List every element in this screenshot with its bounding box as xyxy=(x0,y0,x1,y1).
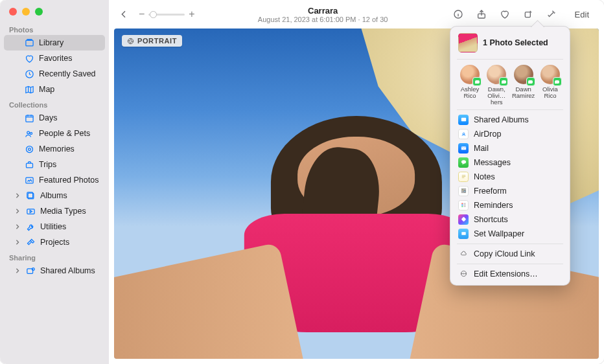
library-icon xyxy=(24,38,34,48)
share-popover-title: 1 Photo Selected xyxy=(483,38,548,47)
share-copy-icloud-link[interactable]: Copy iCloud Link xyxy=(450,247,570,261)
svg-rect-17 xyxy=(525,12,530,17)
rotate-button[interactable] xyxy=(521,7,535,21)
favorite-button[interactable] xyxy=(498,7,512,21)
sidebar-item-memories[interactable]: Memories xyxy=(4,141,105,157)
people-icon xyxy=(24,128,34,139)
svg-point-31 xyxy=(465,273,465,274)
share-edit-extensions[interactable]: Edit Extensions… xyxy=(450,267,570,281)
heart-icon xyxy=(24,53,34,63)
sidebar-item-shared-albums[interactable]: Shared Albums xyxy=(4,263,105,279)
svg-point-5 xyxy=(30,132,32,134)
extensions-icon xyxy=(458,269,469,279)
auto-enhance-button[interactable] xyxy=(544,7,559,21)
svg-point-4 xyxy=(27,131,29,133)
app-window: Photos Library Favorites Recently Saved … xyxy=(0,0,604,364)
share-mail[interactable]: Mail xyxy=(450,141,570,155)
svg-point-25 xyxy=(461,205,463,206)
fullscreen-window-button[interactable] xyxy=(35,8,43,16)
media-types-icon xyxy=(25,206,36,216)
sidebar-item-trips[interactable]: Trips xyxy=(4,157,105,172)
svg-point-22 xyxy=(462,190,463,191)
featured-icon xyxy=(24,175,34,185)
chevron-right-icon[interactable] xyxy=(14,223,21,230)
share-freeform[interactable]: Freeform xyxy=(450,184,570,198)
window-controls xyxy=(0,0,109,22)
hammer-icon xyxy=(25,237,36,247)
shared-album-icon xyxy=(25,266,36,276)
sidebar-item-map[interactable]: Map xyxy=(4,82,105,97)
calendar-icon xyxy=(24,113,34,123)
sidebar-item-media-types[interactable]: Media Types xyxy=(4,203,105,219)
sidebar-item-featured-photos[interactable]: Featured Photos xyxy=(4,172,105,188)
main-content: − + Carrara August 21, 2023 at 6:01:00 P… xyxy=(109,0,604,364)
aperture-icon xyxy=(127,38,134,45)
messages-badge-icon xyxy=(553,77,562,86)
share-messages[interactable]: Messages xyxy=(450,155,570,170)
svg-point-7 xyxy=(26,146,32,152)
share-airdrop[interactable]: AirDrop xyxy=(450,127,570,141)
svg-rect-8 xyxy=(26,163,32,168)
photo-title: Carrara xyxy=(202,6,445,16)
clock-icon xyxy=(24,69,34,79)
sidebar-item-projects[interactable]: Projects xyxy=(4,234,105,250)
info-button[interactable] xyxy=(451,7,465,21)
chevron-right-icon[interactable] xyxy=(14,208,21,214)
svg-rect-12 xyxy=(27,209,34,214)
share-shared-albums[interactable]: Shared Albums xyxy=(450,113,570,127)
share-shortcuts[interactable]: Shortcuts xyxy=(450,212,570,227)
section-header-sharing: Sharing xyxy=(0,250,109,263)
zoom-in-icon: + xyxy=(189,8,194,20)
suitcase-icon xyxy=(24,159,34,170)
share-contact[interactable]: Dawn Ramirez xyxy=(511,65,537,106)
svg-point-30 xyxy=(463,273,463,274)
section-header-photos: Photos xyxy=(0,22,109,35)
svg-point-6 xyxy=(28,148,30,150)
share-contact[interactable]: Olivia Rico xyxy=(537,65,563,106)
memories-icon xyxy=(24,144,34,154)
close-window-button[interactable] xyxy=(9,8,17,16)
svg-rect-19 xyxy=(461,118,465,122)
sidebar-item-recently-saved[interactable]: Recently Saved xyxy=(4,66,105,82)
chevron-right-icon[interactable] xyxy=(14,267,21,274)
cloud-icon xyxy=(458,249,469,259)
portrait-badge[interactable]: PORTRAIT xyxy=(122,35,182,47)
messages-badge-icon xyxy=(499,77,508,86)
sidebar: Photos Library Favorites Recently Saved … xyxy=(0,0,109,364)
toolbar: − + Carrara August 21, 2023 at 6:01:00 P… xyxy=(109,0,604,28)
share-contact[interactable]: Ashley Rico xyxy=(457,65,483,106)
sidebar-item-favorites[interactable]: Favorites xyxy=(4,51,105,66)
photo-subtitle: August 21, 2023 at 6:01:00 PM · 12 of 30 xyxy=(202,16,445,23)
sidebar-item-people-pets[interactable]: People & Pets xyxy=(4,126,105,141)
svg-point-24 xyxy=(461,203,463,205)
svg-rect-27 xyxy=(461,217,466,222)
svg-rect-28 xyxy=(461,233,465,236)
share-button[interactable] xyxy=(474,7,489,21)
sidebar-item-albums[interactable]: Albums xyxy=(4,188,105,203)
share-thumbnail xyxy=(458,33,478,52)
minimize-window-button[interactable] xyxy=(22,8,30,16)
chevron-right-icon[interactable] xyxy=(14,239,21,245)
share-reminders[interactable]: Reminders xyxy=(450,198,570,212)
svg-rect-1 xyxy=(27,39,32,40)
svg-rect-9 xyxy=(25,177,32,183)
zoom-out-icon: − xyxy=(139,8,145,20)
sidebar-item-utilities[interactable]: Utilities xyxy=(4,219,105,234)
share-popover: 1 Photo Selected Ashley Rico Dawn, Olivi… xyxy=(450,26,570,286)
messages-badge-icon xyxy=(472,77,482,86)
zoom-slider[interactable]: − + xyxy=(139,8,195,20)
share-contact[interactable]: Dawn, Olivi…hers xyxy=(483,65,509,106)
share-set-wallpaper[interactable]: Set Wallpaper xyxy=(450,227,570,241)
sidebar-item-days[interactable]: Days xyxy=(4,110,105,126)
svg-point-14 xyxy=(32,267,34,270)
svg-point-20 xyxy=(463,133,465,135)
edit-button[interactable]: Edit xyxy=(568,7,596,22)
svg-point-32 xyxy=(461,271,466,277)
share-notes[interactable]: Notes xyxy=(450,170,570,184)
back-button[interactable] xyxy=(117,7,131,21)
chevron-right-icon[interactable] xyxy=(14,192,21,199)
share-contacts-row: Ashley Rico Dawn, Olivi…hers Dawn Ramire… xyxy=(450,61,570,108)
messages-badge-icon xyxy=(526,77,535,86)
sidebar-item-library[interactable]: Library xyxy=(4,35,105,51)
album-icon xyxy=(25,190,36,201)
